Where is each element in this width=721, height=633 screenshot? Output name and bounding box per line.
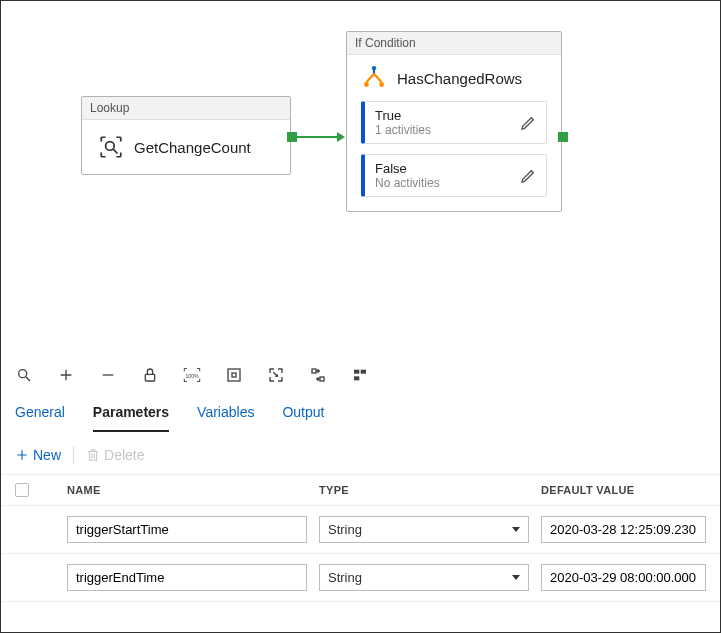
select-value: String: [328, 522, 362, 537]
delete-button-label: Delete: [104, 447, 144, 463]
svg-rect-5: [145, 374, 154, 381]
tabs: General Parameters Variables Output: [1, 392, 720, 432]
col-default: DEFAULT VALUE: [541, 484, 706, 496]
chevron-down-icon: [512, 575, 520, 580]
activity-title: HasChangedRows: [397, 70, 522, 87]
parameter-actions: New Delete: [1, 432, 720, 474]
param-name-input[interactable]: [67, 564, 307, 591]
new-button-label: New: [33, 447, 61, 463]
svg-rect-7: [228, 369, 240, 381]
lock-icon[interactable]: [141, 366, 159, 384]
fullscreen-icon[interactable]: [267, 366, 285, 384]
tab-general[interactable]: General: [15, 398, 65, 432]
connector-out: [558, 132, 568, 142]
svg-rect-13: [354, 376, 359, 380]
tab-variables[interactable]: Variables: [197, 398, 254, 432]
arrow-head-icon: [337, 132, 345, 142]
if-condition-icon: [361, 65, 387, 91]
param-type-select[interactable]: String: [319, 516, 529, 543]
zoom-out-icon[interactable]: [99, 366, 117, 384]
tab-output[interactable]: Output: [282, 398, 324, 432]
activity-type-label: If Condition: [347, 32, 561, 55]
param-name-input[interactable]: [67, 516, 307, 543]
svg-rect-11: [354, 370, 359, 374]
svg-point-1: [372, 66, 376, 70]
edit-icon[interactable]: [520, 168, 536, 184]
divider: [73, 446, 74, 464]
svg-rect-8: [232, 373, 236, 377]
zoom-reset-icon[interactable]: 100%: [183, 366, 201, 384]
lookup-icon: [98, 134, 124, 160]
select-all-checkbox[interactable]: [15, 483, 29, 497]
zoom-in-icon[interactable]: [57, 366, 75, 384]
activity-if-condition[interactable]: If Condition HasChangedRows: [346, 31, 562, 212]
chevron-down-icon: [512, 527, 520, 532]
svg-rect-2: [364, 82, 368, 86]
col-type: TYPE: [319, 484, 529, 496]
param-type-select[interactable]: String: [319, 564, 529, 591]
branch-sub: 1 activities: [375, 123, 431, 137]
svg-point-0: [106, 142, 115, 151]
branch-label: True: [375, 108, 431, 123]
svg-rect-10: [320, 377, 324, 381]
canvas-toolbar: 100%: [1, 356, 720, 392]
if-true-branch[interactable]: True 1 activities: [361, 101, 547, 144]
select-value: String: [328, 570, 362, 585]
param-default-input[interactable]: [541, 516, 706, 543]
new-button[interactable]: New: [15, 447, 61, 463]
table-header: NAME TYPE DEFAULT VALUE: [1, 474, 720, 506]
svg-point-4: [19, 370, 27, 378]
svg-rect-12: [361, 370, 366, 374]
table-row: String: [1, 506, 720, 554]
svg-rect-9: [312, 369, 316, 373]
if-false-branch[interactable]: False No activities: [361, 154, 547, 197]
search-icon[interactable]: [15, 366, 33, 384]
tab-parameters[interactable]: Parameters: [93, 398, 169, 432]
activity-type-label: Lookup: [82, 97, 290, 120]
table-row: String: [1, 554, 720, 602]
branch-sub: No activities: [375, 176, 440, 190]
connector-out: [287, 132, 297, 142]
pipeline-canvas[interactable]: Lookup GetChangeCount If Condition: [1, 1, 720, 356]
connector-arrow: [297, 136, 337, 138]
activity-title: GetChangeCount: [134, 139, 251, 156]
auto-arrange-icon[interactable]: [309, 366, 327, 384]
col-name: NAME: [67, 484, 307, 496]
fit-icon[interactable]: [225, 366, 243, 384]
activity-lookup[interactable]: Lookup GetChangeCount: [81, 96, 291, 175]
branch-label: False: [375, 161, 440, 176]
svg-rect-3: [379, 82, 383, 86]
align-icon[interactable]: [351, 366, 369, 384]
delete-button: Delete: [86, 447, 144, 463]
svg-text:100%: 100%: [185, 373, 199, 379]
param-default-input[interactable]: [541, 564, 706, 591]
edit-icon[interactable]: [520, 115, 536, 131]
